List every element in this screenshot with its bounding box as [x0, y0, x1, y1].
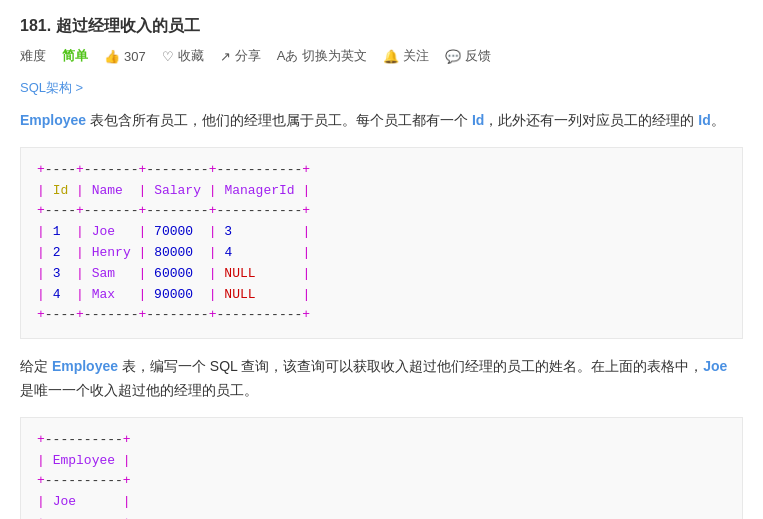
id2-highlight: Id — [698, 112, 710, 128]
main-table: +----+-------+--------+-----------+ | Id… — [20, 147, 743, 339]
bell-icon: 🔔 — [383, 49, 399, 64]
breadcrumb[interactable]: SQL架构 > — [20, 79, 743, 97]
share-label: 分享 — [235, 47, 261, 65]
switch-lang-button[interactable]: Aあ 切换为英文 — [277, 47, 368, 65]
like-button[interactable]: 👍 307 — [104, 49, 146, 64]
description1-text: Employee 表包含所有员工，他们的经理也属于员工。每个员工都有一个 Id，… — [20, 112, 725, 128]
share-button[interactable]: ↗ 分享 — [220, 47, 261, 65]
description1: Employee 表包含所有员工，他们的经理也属于员工。每个员工都有一个 Id，… — [20, 109, 743, 133]
lang-icon: Aあ — [277, 47, 299, 65]
employee-highlight2: Employee — [52, 358, 118, 374]
id-highlight: Id — [472, 112, 484, 128]
result-table: +----------+ | Employee | +----------+ |… — [20, 417, 743, 519]
difficulty-value: 简单 — [62, 47, 88, 65]
meta-row: 难度 简单 👍 307 ♡ 收藏 ↗ 分享 Aあ 切换为英文 🔔 关注 💬 反馈 — [20, 47, 743, 65]
collect-label: 收藏 — [178, 47, 204, 65]
like-icon: 👍 — [104, 49, 120, 64]
like-count: 307 — [124, 49, 146, 64]
feedback-button[interactable]: 💬 反馈 — [445, 47, 491, 65]
switch-label: 切换为英文 — [302, 47, 367, 65]
follow-button[interactable]: 🔔 关注 — [383, 47, 429, 65]
description2: 给定 Employee 表，编写一个 SQL 查询，该查询可以获取收入超过他们经… — [20, 355, 743, 403]
share-icon: ↗ — [220, 49, 231, 64]
employee-highlight: Employee — [20, 112, 86, 128]
feedback-label: 反馈 — [465, 47, 491, 65]
difficulty-label: 难度 — [20, 47, 46, 65]
heart-icon: ♡ — [162, 49, 174, 64]
follow-label: 关注 — [403, 47, 429, 65]
feedback-icon: 💬 — [445, 49, 461, 64]
joe-highlight: Joe — [703, 358, 727, 374]
page-title: 181. 超过经理收入的员工 — [20, 16, 743, 37]
collect-button[interactable]: ♡ 收藏 — [162, 47, 204, 65]
